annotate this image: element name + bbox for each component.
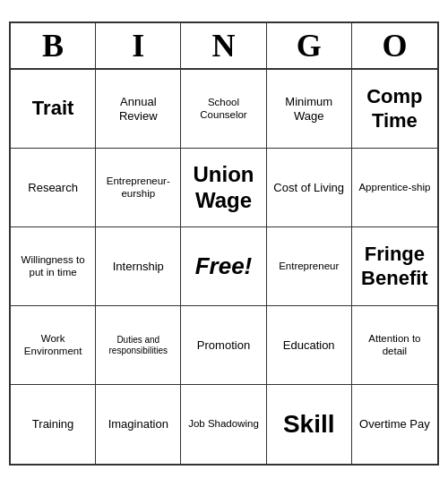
bingo-cell[interactable]: Research bbox=[11, 149, 96, 227]
bingo-cell[interactable]: Internship bbox=[96, 227, 181, 306]
header-letter: B bbox=[11, 23, 96, 68]
bingo-cell[interactable]: Job Shadowing bbox=[181, 385, 266, 464]
bingo-cell[interactable]: Willingness to put in time bbox=[11, 227, 96, 306]
bingo-cell[interactable]: Promotion bbox=[181, 306, 266, 385]
header-letter: O bbox=[352, 23, 437, 68]
bingo-cell[interactable]: Overtime Pay bbox=[352, 385, 437, 464]
header-letter: I bbox=[96, 23, 181, 68]
bingo-cell[interactable]: Fringe Benefit bbox=[352, 227, 437, 306]
bingo-cell[interactable]: Cost of Living bbox=[267, 149, 352, 227]
bingo-header: BINGO bbox=[11, 23, 437, 70]
bingo-card: BINGO TraitAnnual ReviewSchool Counselor… bbox=[9, 21, 439, 466]
bingo-cell[interactable]: School Counselor bbox=[181, 70, 266, 149]
bingo-cell[interactable]: Trait bbox=[11, 70, 96, 149]
bingo-cell[interactable]: Union Wage bbox=[181, 149, 266, 227]
bingo-cell[interactable]: Annual Review bbox=[96, 70, 181, 149]
header-letter: G bbox=[267, 23, 352, 68]
header-letter: N bbox=[181, 23, 266, 68]
bingo-cell[interactable]: Entrepreneur bbox=[267, 227, 352, 306]
bingo-cell[interactable]: Work Environment bbox=[11, 306, 96, 385]
bingo-cell[interactable]: Apprentice-ship bbox=[352, 149, 437, 227]
bingo-cell[interactable]: Entrepreneur-eurship bbox=[96, 149, 181, 227]
bingo-cell[interactable]: Training bbox=[11, 385, 96, 464]
bingo-cell[interactable]: Attention to detail bbox=[352, 306, 437, 385]
bingo-cell[interactable]: Skill bbox=[267, 385, 352, 464]
bingo-grid: TraitAnnual ReviewSchool CounselorMinimu… bbox=[11, 70, 437, 464]
bingo-cell[interactable]: Education bbox=[267, 306, 352, 385]
bingo-cell[interactable]: Imagination bbox=[96, 385, 181, 464]
bingo-cell[interactable]: Comp Time bbox=[352, 70, 437, 149]
bingo-cell[interactable]: Free! bbox=[181, 227, 266, 306]
bingo-cell[interactable]: Duties and responsibilities bbox=[96, 306, 181, 385]
bingo-cell[interactable]: Minimum Wage bbox=[267, 70, 352, 149]
